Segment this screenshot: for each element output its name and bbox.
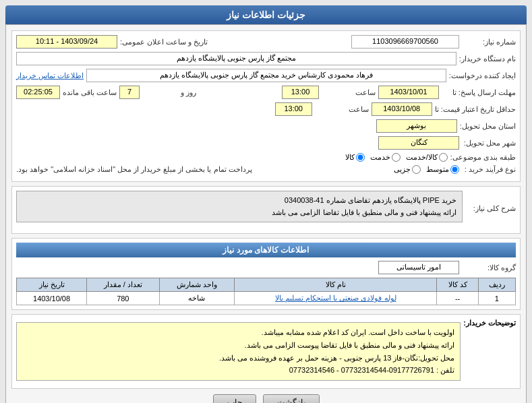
purchase-type-radio-group: متوسط جزیی <box>394 165 459 174</box>
radio-partial[interactable]: جزیی <box>394 165 421 174</box>
buyer-notes-content: اولویت با ساخت داخل است. ایران کد اعلام … <box>16 322 461 381</box>
row-order-date: شماره نیاز: 1103096669700560 تاریخ و ساع… <box>16 35 516 49</box>
td-row_num: 1 <box>478 292 515 305</box>
goods-info-header: اطلاعات کالاهای مورد نیاز <box>16 243 516 257</box>
delivery-city-label: شهر محل تحویل: <box>462 139 516 148</box>
goods-info-section: اطلاعات کالاهای مورد نیاز گروه کالا: امو… <box>11 238 521 310</box>
table-row: 1--لوله فولادی صنعتی با استحکام تسلیم با… <box>17 292 516 305</box>
print-button[interactable]: چاپ <box>213 394 256 403</box>
row-creator: ایجاد کننده درخواست: فرهاد محمودی کارشنا… <box>16 69 516 82</box>
row-reply-deadline: مهلت ارسال پاسخ: تا 1403/10/01 ساعت 13:0… <box>16 86 516 99</box>
order-number-value: 1103096669700560 <box>351 35 459 49</box>
need-description-section: شرح کلی نیاز: خرید PIPE پالایشگاه یازدهم… <box>11 186 521 234</box>
th-unit: واحد شمارش <box>159 278 235 292</box>
buyer-name-value: مجتمع گاز پارس جنوبی پالایشگاه یازدهم <box>16 52 456 65</box>
reply-remaining: 02:25:05 <box>16 86 60 99</box>
td-name: لوله فولادی صنعتی با استحکام تسلیم بالا <box>235 292 437 305</box>
need-description-value: خرید PIPE پالایشگاه یازدهم تقاضای شماره … <box>16 191 463 222</box>
price-time-label: ساعت <box>315 105 369 114</box>
radio-goods[interactable]: کالا <box>345 153 365 162</box>
creator-value: فرهاد محمودی کارشناس خرید مجتمع گاز پارس… <box>86 69 446 82</box>
content-area: شماره نیاز: 1103096669700560 تاریخ و ساع… <box>5 24 527 403</box>
row-buyer-notes: توضیحات خریدار: اولویت با ساخت داخل است.… <box>16 319 516 381</box>
order-number-label: شماره نیاز: <box>462 38 516 46</box>
buyer-notes-label: توضیحات خریدار: <box>463 319 516 328</box>
buyer-notes-line2: ارائه پیشنهاد فنی و مالی منطبق با فایل ت… <box>22 339 454 352</box>
th-date: تاریخ نیاز <box>17 278 87 292</box>
goods-type-label: طبقه بندی موضوعی: <box>450 153 516 162</box>
contact-link[interactable]: اطلاعات تماس خریدار <box>16 71 84 80</box>
radio-partial-label: جزیی <box>394 165 411 174</box>
row-city: شهر محل تحویل: کنگان <box>16 136 516 150</box>
radio-service[interactable]: خدمت <box>370 153 401 162</box>
radio-service-label: خدمت <box>370 153 390 162</box>
delivery-province-value: بوشهر <box>376 119 457 133</box>
buyer-notes-section: توضیحات خریدار: اولویت با ساخت داخل است.… <box>11 314 521 389</box>
date-label: تاریخ و ساعت اعلان عمومی: <box>120 38 208 46</box>
row-province: استان محل تحویل: بوشهر <box>16 119 516 133</box>
radio-goods-service-input[interactable] <box>439 153 448 162</box>
goods-table-body: 1--لوله فولادی صنعتی با استحکام تسلیم با… <box>17 292 516 305</box>
price-date: 1403/10/08 <box>372 102 432 116</box>
reply-day-label: روز و <box>142 88 196 97</box>
price-time: 13:00 <box>275 102 312 116</box>
delivery-province-label: استان محل تحویل: <box>460 122 516 131</box>
radio-goods-service-label: کالا/خدمت <box>406 153 438 162</box>
reply-date: 1403/10/01 <box>378 86 439 99</box>
radio-goods-service[interactable]: کالا/خدمت <box>406 153 448 162</box>
delivery-city-value: کنگان <box>378 136 459 150</box>
radio-medium-label: متوسط <box>426 165 449 174</box>
goods-table-section: ردیف کد کالا نام کالا واحد شمارش تعداد /… <box>16 278 516 305</box>
reply-day: 7 <box>119 86 140 99</box>
radio-partial-input[interactable] <box>412 165 421 174</box>
table-header-row: ردیف کد کالا نام کالا واحد شمارش تعداد /… <box>17 278 516 292</box>
radio-goods-label: کالا <box>345 153 355 162</box>
td-code: -- <box>437 292 479 305</box>
buyer-notes-line1: اولویت با ساخت داخل است. ایران کد اعلام … <box>22 326 454 339</box>
reply-time-label: ساعت <box>322 88 376 97</box>
bottom-buttons: بازگشت چاپ <box>11 394 521 403</box>
radio-service-input[interactable] <box>392 153 401 162</box>
reply-remaining-label: ساعت باقی مانده <box>63 88 117 97</box>
goods-table: ردیف کد کالا نام کالا واحد شمارش تعداد /… <box>16 278 516 305</box>
main-container: جزئیات اطلاعات نیاز شماره نیاز: 11030966… <box>0 0 532 403</box>
row-buyer-name: نام دستگاه خریدار: مجتمع گاز پارس جنوبی … <box>16 52 516 65</box>
goods-group-label: گروه کالا: <box>462 264 516 272</box>
td-quantity: 780 <box>87 292 159 305</box>
radio-goods-input[interactable] <box>356 153 365 162</box>
row-goods-group: گروه کالا: امور تاسیساتی <box>16 261 516 274</box>
payment-note: پرداخت تمام یا بخشی از مبلغ خریدار از مح… <box>16 165 252 174</box>
buyer-notes-line4: تلفن : 09177726791-07732314544 - 0773231… <box>22 364 454 377</box>
reply-deadline-label: مهلت ارسال پاسخ: تا <box>442 88 516 97</box>
goods-group-value: امور تاسیساتی <box>378 261 459 274</box>
reply-time: 13:00 <box>282 86 319 99</box>
th-name: نام کالا <box>235 278 437 292</box>
row-price-deadline: حداقل تاریخ اعتبار قیمت: تا 1403/10/08 س… <box>16 102 516 116</box>
form-section-top: شماره نیاز: 1103096669700560 تاریخ و ساع… <box>11 30 521 182</box>
th-row-num: ردیف <box>478 278 515 292</box>
td-unit: شاخه <box>159 292 235 305</box>
row-need-description: شرح کلی نیاز: خرید PIPE پالایشگاه یازدهم… <box>16 191 516 226</box>
th-code: کد کالا <box>437 278 479 292</box>
creator-label: ایجاد کننده درخواست: <box>449 71 516 80</box>
price-deadline-label: حداقل تاریخ اعتبار قیمت: تا <box>435 105 516 114</box>
need-description-label: شرح کلی نیاز: <box>465 204 516 213</box>
row-goods-type: طبقه بندی موضوعی: کالا/خدمت خدمت کالا <box>16 153 516 162</box>
row-purchase-type: نوع فرآیند خرید : متوسط جزیی پرداخت تمام… <box>16 165 516 174</box>
page-title: جزئیات اطلاعات نیاز <box>5 5 527 24</box>
date-value: 1403/09/24 - 10:11 <box>16 35 117 49</box>
purchase-type-label: نوع فرآیند خرید : <box>462 165 516 174</box>
buyer-notes-line3: محل تحویل:نگان-فاز 13 پارس جنوبی - هزینه… <box>22 352 454 365</box>
td-date: 1403/10/08 <box>17 292 87 305</box>
th-quantity: تعداد / مقدار <box>87 278 159 292</box>
radio-medium-input[interactable] <box>450 165 459 174</box>
back-button[interactable]: بازگشت <box>263 394 320 403</box>
goods-type-radio-group: کالا/خدمت خدمت کالا <box>345 153 448 162</box>
buyer-name-label: نام دستگاه خریدار: <box>459 55 516 63</box>
radio-medium[interactable]: متوسط <box>426 165 459 174</box>
